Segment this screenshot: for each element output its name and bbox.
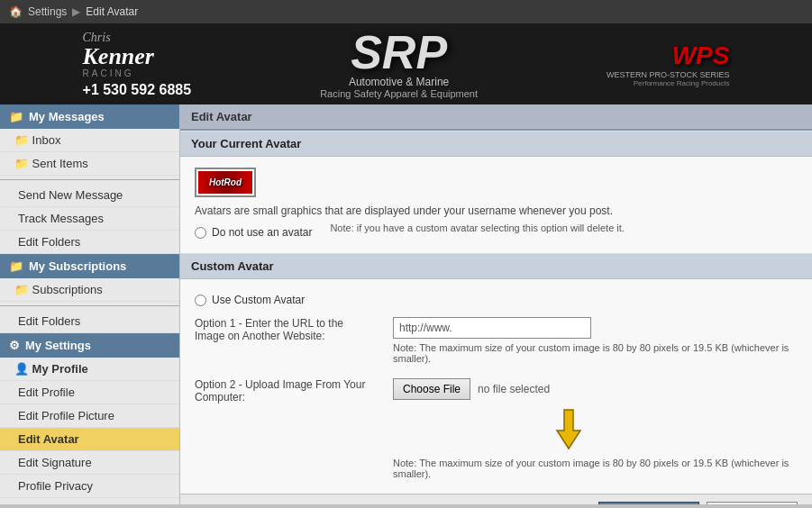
sidebar-item-edit-avatar[interactable]: Edit Avatar xyxy=(0,428,179,451)
avatar-note-text: Note: if you have a custom avatar select… xyxy=(330,222,625,233)
banner-center: SRP Automotive & Marine Racing Safety Ap… xyxy=(320,29,478,99)
current-page-label: Edit Avatar xyxy=(86,5,138,18)
sidebar-section-my-subscriptions: 📁 My Subscriptions xyxy=(0,254,179,278)
avatar-preview xyxy=(195,168,256,197)
url-input[interactable] xyxy=(393,317,591,339)
sent-folder-icon: 📁 xyxy=(14,157,29,170)
brand-sub: RACING xyxy=(83,68,134,78)
bottom-action-bar: Save Changes Reset Fields xyxy=(180,494,812,504)
sidebar-section-my-settings: ⚙ My Settings xyxy=(0,333,179,358)
avatar-description: Avatars are small graphics that are disp… xyxy=(195,204,798,217)
banner-tagline1: Automotive & Marine xyxy=(349,76,449,88)
option2-controls: Choose File no file selected Note: The m… xyxy=(393,378,798,479)
brand-phone: +1 530 592 6885 xyxy=(83,82,192,98)
settings-section-icon: ⚙ xyxy=(9,339,20,352)
panel-title: Edit Avatar xyxy=(180,104,812,131)
banner-tagline2: Racing Safety Apparel & Equipment xyxy=(320,88,478,99)
use-custom-radio[interactable] xyxy=(195,295,206,306)
current-avatar-body: Avatars are small graphics that are disp… xyxy=(180,157,812,253)
sidebar-item-edit-profile-picture[interactable]: Edit Profile Picture xyxy=(0,404,179,428)
home-icon[interactable]: 🏠 xyxy=(9,5,23,18)
profile-icon: 👤 xyxy=(14,362,29,376)
banner-right-sub1: WESTERN PRO-STOCK SERIES xyxy=(607,70,729,79)
banner-right-sub2: Performance Racing Products xyxy=(634,79,730,87)
custom-avatar-section-title: Custom Avatar xyxy=(180,253,812,279)
sidebar-item-my-profile[interactable]: 👤 My Profile xyxy=(0,358,179,381)
no-avatar-radio-row: Do not use an avatar xyxy=(195,226,312,239)
sidebar-item-sent-items[interactable]: 📁 Sent Items xyxy=(0,152,179,176)
site-banner: Chris Kenner RACING +1 530 592 6885 SRP … xyxy=(0,23,812,104)
subscriptions-folder-icon: 📁 xyxy=(14,283,29,296)
sidebar-item-track-messages[interactable]: Track Messages xyxy=(0,207,179,231)
brand-name: Kenner xyxy=(83,45,154,68)
sidebar-item-send-new-message[interactable]: Send New Message xyxy=(0,184,179,207)
option1-row: Option 1 - Enter the URL to the Image on… xyxy=(195,317,798,364)
sidebar-item-edit-profile[interactable]: Edit Profile xyxy=(0,381,179,404)
subscriptions-icon: 📁 xyxy=(9,259,23,273)
arrow-svg xyxy=(546,405,591,450)
no-file-label: no file selected xyxy=(478,383,550,395)
divider-2 xyxy=(0,305,179,306)
sidebar-section-my-messages: 📁 My Messages xyxy=(0,104,179,129)
custom-avatar-body: Use Custom Avatar Option 1 - Enter the U… xyxy=(180,279,812,504)
divider-1 xyxy=(0,179,179,180)
sidebar-item-inbox[interactable]: 📁 Inbox xyxy=(0,129,179,152)
file-input-row: Choose File no file selected xyxy=(393,378,798,400)
option1-controls: Note: The maximum size of your custom im… xyxy=(393,317,798,364)
current-avatar-section-title: Your Current Avatar xyxy=(180,131,812,157)
option2-row: Option 2 - Upload Image From Your Comput… xyxy=(195,378,798,479)
banner-right-logo: WPS xyxy=(672,41,730,70)
sidebar-item-subscriptions[interactable]: 📁 Subscriptions xyxy=(0,278,179,302)
banner-logo: SRP xyxy=(351,29,447,76)
option2-label: Option 2 - Upload Image From Your Comput… xyxy=(195,378,375,404)
reset-fields-button[interactable]: Reset Fields xyxy=(707,502,798,504)
breadcrumb-bar: 🏠 Settings ▶ Edit Avatar xyxy=(0,0,812,23)
inbox-folder-icon: 📁 xyxy=(14,133,29,147)
no-avatar-radio[interactable] xyxy=(195,227,206,239)
use-custom-label: Use Custom Avatar xyxy=(212,294,305,306)
sidebar-item-profile-privacy[interactable]: Profile Privacy xyxy=(0,475,179,498)
banner-left: Chris Kenner RACING +1 530 592 6885 xyxy=(65,31,192,98)
avatar-image xyxy=(198,171,252,194)
sidebar: 📁 My Messages 📁 Inbox 📁 Sent Items Send … xyxy=(0,104,180,504)
svg-marker-0 xyxy=(557,410,580,449)
option1-note: Note: The maximum size of your custom im… xyxy=(393,342,798,364)
use-custom-radio-row: Use Custom Avatar xyxy=(195,294,798,306)
breadcrumb-sep: ▶ xyxy=(72,5,80,18)
arrow-indicator xyxy=(339,405,798,450)
banner-right: WPS WESTERN PRO-STOCK SERIES Performance… xyxy=(607,41,747,87)
sidebar-item-edit-folders-sub[interactable]: Edit Folders xyxy=(0,310,179,333)
sidebar-item-edit-signature[interactable]: Edit Signature xyxy=(0,451,179,475)
no-avatar-label: Do not use an avatar xyxy=(212,226,312,239)
option2-note: Note: The maximum size of your custom im… xyxy=(393,458,798,479)
sidebar-item-edit-folders[interactable]: Edit Folders xyxy=(0,231,179,254)
save-changes-button[interactable]: Save Changes xyxy=(598,502,700,504)
choose-file-button[interactable]: Choose File xyxy=(393,378,470,400)
content-area: Edit Avatar Your Current Avatar Avatars … xyxy=(180,104,812,504)
folder-icon: 📁 xyxy=(9,110,23,123)
option1-label: Option 1 - Enter the URL to the Image on… xyxy=(195,317,375,342)
settings-link[interactable]: Settings xyxy=(28,5,67,18)
